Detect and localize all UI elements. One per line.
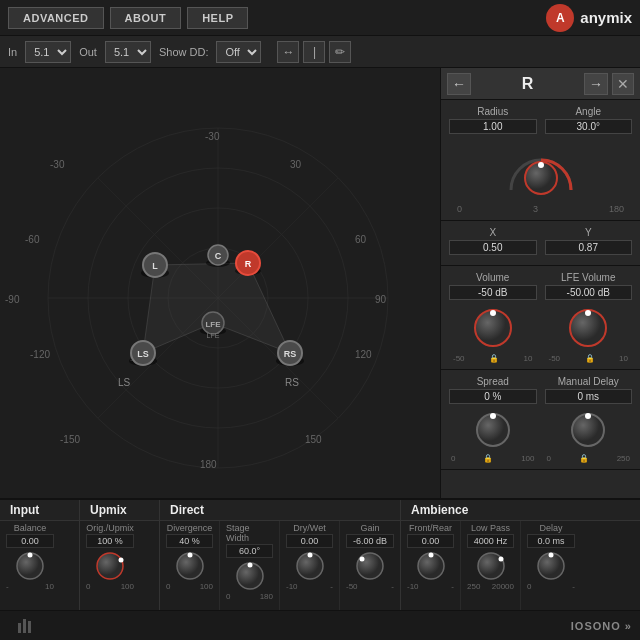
direct-divergence-value[interactable]: 40 % (166, 534, 213, 548)
delay-knob[interactable] (566, 408, 610, 452)
svg-point-44 (538, 162, 544, 168)
svg-point-55 (97, 553, 123, 579)
advanced-button[interactable]: ADVANCED (8, 7, 104, 29)
lfe-max: 10 (619, 354, 628, 363)
out-select[interactable]: 5.1 2.0 7.1 (105, 41, 151, 63)
close-panel-button[interactable]: ✕ (612, 73, 634, 95)
ambience-frontrear-label: Front/Rear (409, 523, 452, 533)
volume-section: Volume -50 dB LFE Volume -50.00 dB (441, 266, 640, 370)
logo-icon: A (546, 4, 574, 32)
svg-rect-72 (23, 619, 26, 633)
svg-text:RS: RS (285, 377, 299, 388)
upmix-title: Upmix (80, 500, 159, 521)
angle-scale-min: 0 (457, 204, 462, 214)
input-title: Input (0, 500, 79, 521)
ambience-lowpass-value[interactable]: 4000 Hz (467, 534, 514, 548)
input-balance-value[interactable]: 0.00 (6, 534, 54, 548)
input-balance-knob[interactable] (14, 550, 46, 582)
top-bar: ADVANCED ABOUT HELP A anymix (0, 0, 640, 36)
svg-text:LFE: LFE (205, 320, 221, 329)
in-select[interactable]: 5.1 2.0 7.1 (25, 41, 71, 63)
manual-delay-param: Manual Delay 0 ms (545, 376, 633, 404)
upmix-orig-value[interactable]: 100 % (86, 534, 134, 548)
volume-label: Volume (476, 272, 509, 283)
spread-max: 100 (521, 454, 534, 463)
radius-value[interactable]: 1.00 (449, 119, 537, 134)
ctrl-icons: ↔ | ✏ (277, 41, 351, 63)
lfe-volume-value[interactable]: -50.00 dB (545, 285, 633, 300)
svg-text:C: C (215, 251, 222, 261)
bottom-main: Input Balance 0.00 - 10 (0, 500, 640, 610)
svg-point-58 (187, 553, 192, 558)
edit-icon[interactable]: ✏ (329, 41, 351, 63)
prev-channel-button[interactable]: ← (447, 73, 471, 95)
y-param: Y 0.87 (545, 227, 633, 255)
svg-text:30: 30 (290, 159, 302, 170)
eq-icon (16, 617, 34, 635)
spread-knob[interactable] (471, 408, 515, 452)
ambience-frontrear-knob[interactable] (415, 550, 447, 582)
svg-text:LS: LS (137, 349, 149, 359)
manual-delay-label: Manual Delay (558, 376, 619, 387)
svg-marker-8 (143, 263, 290, 353)
show-dd-select[interactable]: Off On (216, 41, 261, 63)
direct-gain-knob[interactable] (354, 550, 386, 582)
manual-delay-value[interactable]: 0 ms (545, 389, 633, 404)
svg-point-56 (119, 558, 124, 563)
svg-text:-60: -60 (25, 234, 40, 245)
volume-value[interactable]: -50 dB (449, 285, 537, 300)
direct-group: Direct Divergence 40 % 0 100 (160, 500, 401, 610)
arrows-icon[interactable]: ↔ (277, 41, 299, 63)
svg-point-64 (360, 557, 365, 562)
direct-divergence-knob[interactable] (174, 550, 206, 582)
direct-stagewidth-value[interactable]: 60.0° (226, 544, 273, 558)
spread-min: 0 (451, 454, 455, 463)
x-value[interactable]: 0.50 (449, 240, 537, 255)
vol-lock-icon: 🔒 (489, 354, 499, 363)
bottom-strip: IOSONO » (0, 610, 640, 640)
delay-min: 0 (547, 454, 551, 463)
direct-drywet-knob[interactable] (294, 550, 326, 582)
svg-text:-90: -90 (5, 294, 20, 305)
ambience-delay-value[interactable]: 0.0 ms (527, 534, 575, 548)
svg-text:R: R (245, 259, 252, 269)
svg-point-60 (247, 563, 252, 568)
ambience-lowpass-label: Low Pass (471, 523, 510, 533)
xy-section: X 0.50 Y 0.87 (441, 221, 640, 266)
direct-drywet-value[interactable]: 0.00 (286, 534, 333, 548)
cursor-icon[interactable]: | (303, 41, 325, 63)
spread-value[interactable]: 0 % (449, 389, 537, 404)
direct-divergence-label: Divergence (167, 523, 213, 533)
angle-value[interactable]: 30.0° (545, 119, 633, 134)
help-button[interactable]: HELP (187, 7, 248, 29)
ambience-lowpass-knob[interactable] (475, 550, 507, 582)
ambience-frontrear-value[interactable]: 0.00 (407, 534, 454, 548)
svg-rect-73 (28, 621, 31, 633)
y-value[interactable]: 0.87 (545, 240, 633, 255)
radius-param: Radius 1.00 (449, 106, 537, 134)
input-params: Balance 0.00 - 10 (0, 521, 79, 610)
direct-gain-param: Gain -6.00 dB -50 - (340, 521, 400, 610)
volume-knob[interactable] (469, 304, 517, 352)
direct-gain-value[interactable]: -6.00 dB (346, 534, 394, 548)
svg-text:L: L (152, 261, 158, 271)
about-button[interactable]: ABOUT (110, 7, 182, 29)
ambience-params: Front/Rear 0.00 -10 - Low Pass 4000 Hz (401, 521, 640, 610)
svg-text:150: 150 (305, 434, 322, 445)
lfe-volume-knob[interactable] (564, 304, 612, 352)
main-area: -30 30 60 120 150 180 -150 -120 -60 -30 … (0, 68, 640, 498)
direct-stagewidth-knob[interactable] (234, 560, 266, 592)
angle-knob-svg (501, 140, 581, 200)
direct-drywet-param: Dry/Wet 0.00 -10 - (280, 521, 340, 610)
ambience-delay-knob[interactable] (535, 550, 567, 582)
svg-text:90: 90 (375, 294, 387, 305)
spread-param: Spread 0 % (449, 376, 537, 404)
in-label: In (8, 46, 17, 58)
direct-stagewidth-param: Stage Width 60.0° 0 180 (220, 521, 280, 610)
upmix-orig-knob[interactable] (94, 550, 126, 582)
direct-params: Divergence 40 % 0 100 Stage Width 60.0° (160, 521, 400, 610)
lfe-volume-label: LFE Volume (561, 272, 615, 283)
upmix-params: Orig./Upmix 100 % 0 100 (80, 521, 159, 610)
next-channel-button[interactable]: → (584, 73, 608, 95)
svg-point-66 (428, 553, 433, 558)
